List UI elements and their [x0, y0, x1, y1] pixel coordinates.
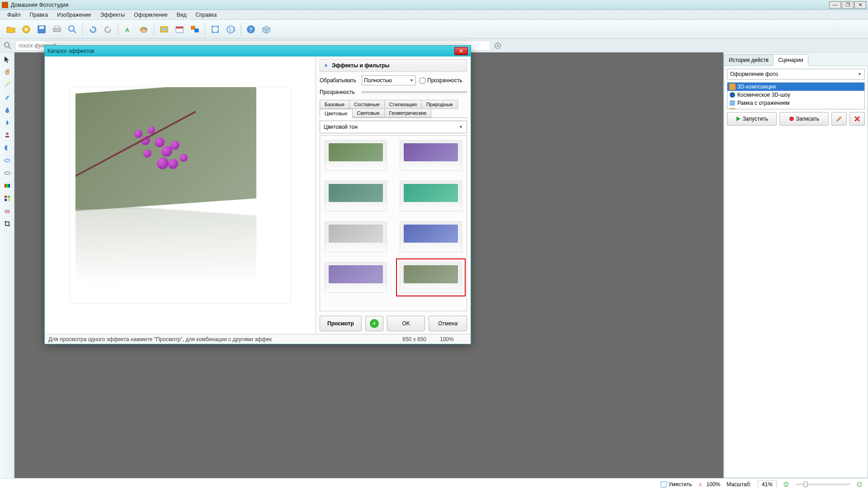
scenario-category-dropdown[interactable]: Оформление фото ▼ — [727, 69, 865, 80]
tab-history[interactable]: История действ — [724, 54, 774, 66]
text-icon[interactable]: A — [121, 22, 136, 37]
menu-edit[interactable]: Правка — [25, 11, 53, 19]
svg-point-12 — [145, 28, 146, 29]
blur-tool-icon[interactable] — [2, 155, 12, 165]
open-folder-icon[interactable] — [19, 22, 33, 37]
transparency-checkbox-wrapper[interactable]: Прозрачность — [420, 77, 458, 84]
menu-view[interactable]: Вид — [172, 11, 191, 19]
filter-tab-geometric[interactable]: Геометрические — [384, 108, 432, 117]
effect-thumb[interactable] — [325, 140, 387, 171]
scenario-item-label: Космическое 3D-шоу — [737, 92, 790, 98]
menu-help[interactable]: Справка — [191, 11, 221, 19]
run-button[interactable]: Запустить — [727, 112, 777, 126]
transparency-checkbox[interactable] — [420, 78, 425, 84]
menu-file[interactable]: Файл — [3, 11, 25, 19]
hand-tool-icon[interactable] — [2, 67, 12, 77]
svg-point-33 — [5, 159, 10, 162]
help-icon[interactable]: ? — [244, 22, 258, 37]
wand-tool-icon[interactable] — [2, 80, 12, 89]
collage-icon[interactable] — [188, 22, 202, 37]
filter-tab-light[interactable]: Световые — [352, 108, 385, 117]
process-dropdown[interactable]: Полностью ▼ — [362, 75, 416, 85]
scenario-item-label: 3D-композиция — [737, 84, 776, 90]
fit-button[interactable]: Уместить — [660, 481, 692, 488]
maximize-button[interactable]: ❐ — [842, 1, 854, 9]
edit-scenario-button[interactable] — [831, 112, 847, 126]
effect-thumb-selected[interactable] — [400, 262, 462, 293]
cancel-button[interactable]: Отмена — [429, 316, 467, 331]
scenario-item-cosmic-3d[interactable]: Космическое 3D-шоу — [727, 91, 864, 99]
contrast-tool-icon[interactable] — [2, 143, 12, 153]
pen-tool-icon[interactable] — [2, 117, 12, 127]
zoom-slider[interactable] — [796, 483, 850, 485]
scenario-item-mat-frame[interactable]: Рамка с паспарту — [727, 107, 864, 109]
tab-scenarios[interactable]: Сценарии — [773, 54, 808, 66]
hundred-button[interactable]: A 100% — [698, 481, 721, 488]
calendar-icon[interactable] — [172, 22, 187, 37]
effect-thumb[interactable] — [400, 221, 462, 252]
delete-scenario-button[interactable] — [849, 112, 865, 126]
scenario-item-reflection-frame[interactable]: Рамка с отражением — [727, 99, 864, 107]
print-icon[interactable] — [50, 22, 64, 37]
svg-rect-36 — [5, 196, 7, 198]
brush-tool-icon[interactable] — [2, 92, 12, 102]
close-button[interactable]: ✕ — [854, 1, 866, 9]
box-icon[interactable] — [259, 22, 274, 37]
zoom-out-icon[interactable] — [783, 481, 789, 488]
gradient-tool-icon[interactable] — [2, 181, 12, 191]
effect-thumbnails[interactable] — [320, 135, 467, 311]
effect-thumb[interactable] — [325, 262, 387, 293]
undo-icon[interactable] — [85, 22, 100, 37]
frame-icon[interactable] — [157, 22, 171, 37]
dialog-titlebar[interactable]: Каталог эффектов ✕ — [45, 46, 471, 56]
filter-tab-composite[interactable]: Составные — [349, 100, 385, 109]
actual-size-icon[interactable]: 1:1 — [223, 22, 238, 37]
add-effect-button[interactable]: + — [365, 316, 383, 331]
zoom-icon[interactable] — [65, 22, 80, 37]
effect-thumb[interactable] — [400, 140, 462, 171]
menu-decoration[interactable]: Оформление — [129, 11, 172, 19]
right-panel: История действ Сценарии Оформление фото … — [723, 52, 868, 478]
dialog-title: Каталог эффектов — [47, 48, 454, 54]
dialog-close-button[interactable]: ✕ — [454, 47, 468, 55]
dialog-status-bar: Для просмотра одного эффекта нажмите "Пр… — [45, 334, 471, 344]
right-panel-tabs: История действ Сценарии — [724, 54, 868, 66]
record-label: Записать — [796, 116, 819, 122]
zoom-slider-thumb[interactable] — [804, 482, 807, 487]
drop-tool-icon[interactable] — [2, 105, 12, 115]
effect-thumb[interactable] — [325, 221, 387, 252]
record-button[interactable]: Записать — [779, 112, 829, 126]
scenario-item-3d-composition[interactable]: 3D-композиция — [727, 83, 864, 91]
crop-tool-icon[interactable] — [2, 219, 12, 229]
menu-effects[interactable]: Эффекты — [96, 11, 130, 19]
fit-icon — [660, 481, 667, 488]
ok-button[interactable]: OK — [387, 316, 425, 331]
stamp-tool-icon[interactable] — [2, 130, 12, 140]
minimize-button[interactable]: — — [829, 1, 841, 9]
squares-tool-icon[interactable] — [2, 193, 12, 203]
sharpen-tool-icon[interactable] — [2, 168, 12, 178]
menu-image[interactable]: Изображение — [52, 11, 96, 19]
effect-thumb[interactable] — [400, 181, 462, 211]
redo-icon[interactable] — [101, 22, 115, 37]
svg-rect-43 — [730, 101, 735, 105]
svg-text:?: ? — [249, 27, 252, 33]
separator — [205, 23, 205, 36]
filter-tab-stylization[interactable]: Стилизация — [384, 100, 422, 109]
preview-button[interactable]: Просмотр — [320, 316, 362, 331]
gear-icon[interactable] — [494, 42, 502, 50]
effect-thumb[interactable] — [325, 181, 387, 211]
fit-icon[interactable] — [208, 22, 222, 37]
palette-icon[interactable] — [137, 22, 151, 37]
save-icon[interactable] — [34, 22, 49, 37]
filter-tab-basic[interactable]: Базовые — [320, 100, 349, 109]
pointer-tool-icon[interactable] — [2, 54, 12, 64]
zoom-in-icon[interactable] — [856, 481, 863, 488]
filter-tab-color[interactable]: Цветовые — [320, 109, 353, 118]
open-file-icon[interactable] — [4, 22, 18, 37]
eraser-tool-icon[interactable] — [2, 206, 12, 216]
scenario-list[interactable]: 3D-композиция Космическое 3D-шоу Рамка с… — [727, 82, 865, 109]
transparency-slider[interactable] — [362, 91, 467, 93]
filter-tab-natural[interactable]: Природные — [421, 100, 458, 109]
filter-name-dropdown[interactable]: Цветовой тон ▼ — [320, 121, 467, 133]
